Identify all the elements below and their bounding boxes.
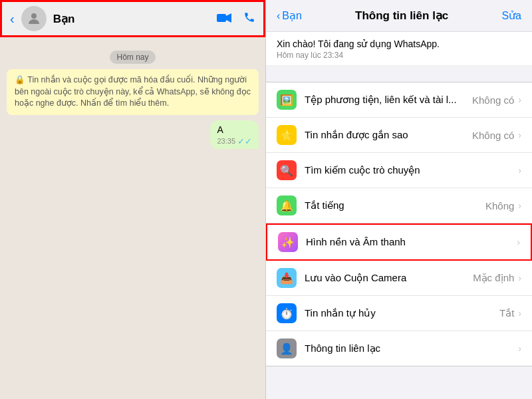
edit-button[interactable]: Sửa: [501, 9, 521, 22]
menu-row-icon-4: ✨: [278, 232, 298, 252]
bubble: A 23:35 ✓✓: [210, 120, 259, 149]
menu-row-icon-5: 📥: [277, 268, 297, 288]
section-gap-2: [266, 366, 532, 374]
chat-panel: ‹ Bạn Hôm nay: [0, 0, 266, 399]
svg-rect-1: [217, 14, 226, 22]
menu-row-label-2: Tìm kiếm cuộc trò chuyện: [305, 164, 514, 176]
menu-row-icon-2: 🔍: [277, 160, 297, 180]
contact-name: Bạn: [53, 12, 75, 26]
menu-row-label-6: Tin nhắn tự hủy: [305, 307, 499, 319]
menu-row-label-5: Lưu vào Cuộn Camera: [305, 272, 473, 284]
menu-row-value-0: Không có: [472, 94, 514, 106]
info-panel: ‹ Bạn Thông tin liên lạc Sửa Xin chào! T…: [266, 0, 532, 399]
info-header: ‹ Bạn Thông tin liên lạc Sửa: [266, 0, 532, 32]
back-chevron: ‹: [277, 10, 280, 22]
info-back-button[interactable]: ‹ Bạn: [277, 9, 302, 22]
menu-row-value-1: Không có: [472, 130, 514, 141]
avatar: [21, 6, 47, 31]
section-gap-1: [266, 66, 532, 74]
greeting-text: Xin chào! Tôi đang sử dụng WhatsApp.: [277, 39, 521, 49]
menu-row-icon-3: 🔔: [277, 196, 297, 215]
back-button[interactable]: ‹: [10, 11, 15, 27]
menu-row-3[interactable]: 🔔Tắt tiếngKhông›: [266, 188, 532, 223]
menu-row-icon-0: 🖼️: [277, 90, 297, 110]
menu-row-7[interactable]: 👤Thông tin liên lạc›: [266, 331, 532, 366]
menu-row-value-5: Mặc định: [473, 272, 514, 284]
info-title: Thông tin liên lạc: [355, 9, 448, 23]
menu-row-chevron-6: ›: [518, 308, 521, 319]
voice-call-button[interactable]: [243, 11, 255, 27]
menu-row-chevron-3: ›: [518, 200, 521, 211]
menu-row-0[interactable]: 🖼️Tệp phương tiện, liên kết và tài l...K…: [266, 82, 532, 118]
svg-point-0: [31, 13, 37, 19]
menu-row-label-1: Tin nhắn được gắn sao: [305, 129, 472, 141]
menu-row-icon-7: 👤: [277, 338, 297, 358]
read-ticks: ✓✓: [237, 136, 252, 146]
chat-background: Hôm nay 🔒 Tin nhắn và cuộc gọi được mã h…: [0, 37, 265, 399]
menu-row-icon-1: ⭐: [277, 125, 297, 145]
chat-header: ‹ Bạn: [0, 0, 265, 37]
message-time: 23:35: [217, 137, 235, 145]
menu-row-5[interactable]: 📥Lưu vào Cuộn CameraMặc định›: [266, 261, 532, 296]
greeting-time: Hôm nay lúc 23:34: [277, 51, 521, 60]
header-actions: [217, 11, 255, 27]
menu-row-6[interactable]: ⏱️Tin nhắn tự hủyTắt›: [266, 296, 532, 331]
date-badge: Hôm nay: [7, 51, 259, 63]
message-text: A: [217, 124, 252, 135]
menu-row-chevron-5: ›: [518, 273, 521, 283]
menu-row-4[interactable]: ✨Hình nền và Âm thanh›: [266, 223, 532, 261]
menu-row-value-6: Tắt: [499, 307, 514, 319]
menu-section: 🖼️Tệp phương tiện, liên kết và tài l...K…: [266, 82, 532, 366]
menu-row-chevron-1: ›: [518, 130, 521, 140]
menu-row-icon-6: ⏱️: [277, 303, 297, 323]
menu-row-chevron-7: ›: [518, 343, 521, 354]
menu-row-label-0: Tệp phương tiện, liên kết và tài l...: [305, 94, 472, 106]
encryption-notice[interactable]: 🔒 Tin nhắn và cuộc gọi được mã hóa đầu c…: [7, 69, 259, 115]
menu-row-label-7: Thông tin liên lạc: [305, 342, 514, 354]
message-meta: 23:35 ✓✓: [217, 136, 252, 146]
menu-row-chevron-2: ›: [518, 165, 521, 176]
menu-row-1[interactable]: ⭐Tin nhắn được gắn saoKhông có›: [266, 118, 532, 153]
outgoing-message: A 23:35 ✓✓: [7, 120, 259, 149]
menu-row-chevron-0: ›: [518, 94, 521, 105]
menu-row-2[interactable]: 🔍Tìm kiếm cuộc trò chuyện›: [266, 153, 532, 188]
menu-row-chevron-4: ›: [517, 237, 520, 247]
menu-row-label-4: Hình nền và Âm thanh: [306, 236, 513, 248]
video-call-button[interactable]: [217, 11, 231, 27]
menu-row-value-3: Không: [485, 200, 514, 211]
menu-row-label-3: Tắt tiếng: [305, 200, 485, 211]
contact-greeting: Xin chào! Tôi đang sử dụng WhatsApp. Hôm…: [266, 32, 532, 66]
